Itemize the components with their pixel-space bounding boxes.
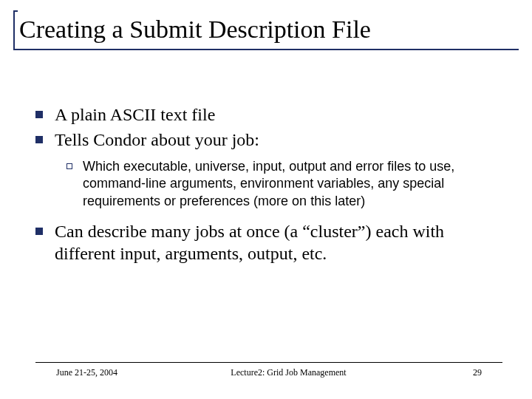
slide-footer: June 21-25, 2004 Lecture2: Grid Job Mana… [35, 362, 502, 378]
footer-lecture-title: Lecture2: Grid Job Management [117, 367, 460, 378]
bullet-item: Tells Condor about your job: [35, 129, 502, 151]
slide-title: Creating a Submit Description File [13, 10, 519, 44]
bullet-text: Tells Condor about your job: [55, 129, 259, 151]
footer-rule [35, 362, 502, 363]
bullet-item: Can describe many jobs at once (a “clust… [35, 220, 502, 265]
bullet-text: Can describe many jobs at once (a “clust… [55, 220, 502, 265]
sub-bullet-item: Which executable, universe, input, outpu… [66, 158, 502, 210]
footer-page-number: 29 [460, 367, 482, 378]
bullet-text: A plain ASCII text file [55, 103, 215, 126]
title-underline [13, 49, 519, 50]
hollow-square-bullet-icon [66, 163, 72, 169]
bullet-item: A plain ASCII text file [35, 103, 502, 126]
sub-bullet-text: Which executable, universe, input, outpu… [83, 158, 502, 210]
footer-row: June 21-25, 2004 Lecture2: Grid Job Mana… [35, 367, 502, 378]
slide: Creating a Submit Description File A pla… [0, 0, 532, 399]
square-bullet-icon [35, 136, 43, 143]
title-area: Creating a Submit Description File [13, 10, 519, 44]
title-corner-rule [13, 10, 18, 49]
slide-body: A plain ASCII text file Tells Condor abo… [35, 103, 502, 267]
footer-date: June 21-25, 2004 [56, 367, 117, 378]
square-bullet-icon [35, 111, 43, 118]
square-bullet-icon [35, 228, 43, 235]
